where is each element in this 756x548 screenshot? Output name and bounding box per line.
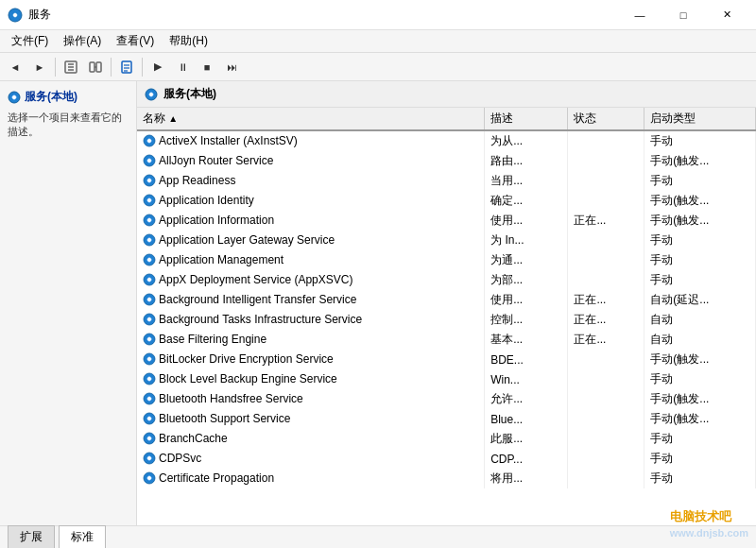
- close-button[interactable]: ✕: [705, 0, 748, 30]
- svg-point-34: [147, 298, 151, 301]
- service-desc-cell: Win...: [485, 369, 568, 389]
- right-panel: 服务(本地) 名称 ▲ 描述 状态 启动类型: [137, 81, 756, 525]
- services-table-container[interactable]: 名称 ▲ 描述 状态 启动类型 ActiveX Installer (AxIns…: [137, 108, 756, 525]
- title-bar-left: 服务: [8, 7, 51, 23]
- panel-header: 服务(本地): [137, 81, 756, 108]
- table-row[interactable]: ActiveX Installer (AxInstSV)为从...手动: [137, 130, 756, 151]
- services-tbody: ActiveX Installer (AxInstSV)为从...手动 AllJ…: [137, 130, 756, 488]
- svg-rect-7: [96, 62, 101, 72]
- service-row-icon: [143, 372, 156, 385]
- watermark: 电脑技术吧 www.dnjsb.com: [670, 508, 748, 540]
- left-panel: 服务(本地) 选择一个项目来查看它的描述。: [0, 81, 137, 525]
- svg-point-20: [147, 159, 151, 163]
- service-row-icon: [143, 174, 156, 187]
- back-button[interactable]: ◄: [4, 56, 26, 78]
- menu-file[interactable]: 文件(F): [4, 31, 56, 51]
- service-name-cell: BranchCache: [137, 429, 485, 449]
- table-row[interactable]: Application Identity确定...手动(触发...: [137, 191, 756, 211]
- service-status-cell: [568, 191, 644, 211]
- table-row[interactable]: BranchCache此服...手动: [137, 429, 756, 449]
- maximize-button[interactable]: □: [662, 0, 705, 30]
- table-row[interactable]: Application Information使用...正在...手动(触发..…: [137, 211, 756, 231]
- service-desc-cell: 为部...: [485, 270, 568, 290]
- table-row[interactable]: Certificate Propagation将用...手动: [137, 469, 756, 488]
- svg-point-28: [147, 238, 151, 242]
- connect-button[interactable]: [84, 56, 107, 78]
- col-header-desc[interactable]: 描述: [485, 108, 568, 130]
- tab-extend[interactable]: 扩展: [8, 525, 55, 548]
- table-row[interactable]: BitLocker Drive Encryption ServiceBDE...…: [137, 350, 756, 369]
- service-name-cell: BitLocker Drive Encryption Service: [137, 350, 485, 369]
- tab-standard[interactable]: 标准: [59, 525, 106, 548]
- service-row-icon: [143, 233, 156, 247]
- table-row[interactable]: Block Level Backup Engine ServiceWin...手…: [137, 369, 756, 389]
- pause-button[interactable]: ⏸: [171, 56, 194, 78]
- service-desc-cell: 为通...: [485, 250, 568, 270]
- restart-button[interactable]: ⏭: [220, 56, 243, 78]
- table-row[interactable]: Background Tasks Infrastructure Service控…: [137, 310, 756, 330]
- table-row[interactable]: AllJoyn Router Service路由...手动(触发...: [137, 151, 756, 171]
- menu-help[interactable]: 帮助(H): [162, 31, 215, 51]
- service-desc-cell: 当用...: [485, 171, 568, 191]
- svg-point-50: [147, 456, 151, 460]
- svg-rect-6: [90, 62, 94, 72]
- service-name-cell: Block Level Backup Engine Service: [137, 369, 485, 389]
- service-desc-cell: 此服...: [485, 429, 568, 449]
- svg-point-36: [147, 317, 151, 321]
- svg-point-48: [147, 437, 151, 440]
- service-startup-cell: 手动: [644, 369, 756, 389]
- start-button[interactable]: ▶: [146, 56, 169, 78]
- service-name-cell: Application Information: [137, 211, 485, 231]
- service-status-cell: 正在...: [568, 310, 644, 330]
- menu-view[interactable]: 查看(V): [109, 31, 162, 51]
- service-name-cell: CDPSvc: [137, 449, 485, 469]
- service-row-icon: [143, 412, 156, 425]
- table-row[interactable]: Bluetooth Handsfree Service允许...手动(触发...: [137, 389, 756, 409]
- service-name-cell: ActiveX Installer (AxInstSV): [137, 130, 485, 151]
- forward-button[interactable]: ►: [28, 56, 51, 78]
- table-row[interactable]: CDPSvcCDP...手动: [137, 449, 756, 469]
- stop-button[interactable]: ■: [196, 56, 218, 78]
- service-row-icon: [143, 452, 156, 465]
- table-row[interactable]: Background Intelligent Transfer Service使…: [137, 290, 756, 310]
- menu-bar: 文件(F) 操作(A) 查看(V) 帮助(H): [0, 30, 756, 53]
- toolbar-separator-2: [111, 58, 112, 77]
- svg-point-46: [147, 417, 151, 420]
- services-table: 名称 ▲ 描述 状态 启动类型 ActiveX Installer (AxIns…: [137, 108, 756, 488]
- table-row[interactable]: AppX Deployment Service (AppXSVC)为部...手动: [137, 270, 756, 290]
- menu-action[interactable]: 操作(A): [56, 31, 109, 51]
- col-header-startup[interactable]: 启动类型: [644, 108, 756, 130]
- refresh-button[interactable]: [60, 56, 82, 78]
- props-button[interactable]: [115, 56, 138, 78]
- left-panel-description: 选择一个项目来查看它的描述。: [8, 111, 129, 140]
- service-desc-cell: 控制...: [485, 310, 568, 330]
- minimize-button[interactable]: —: [618, 0, 662, 30]
- service-startup-cell: 手动: [644, 270, 756, 290]
- svg-point-26: [147, 218, 151, 222]
- col-header-name[interactable]: 名称 ▲: [137, 108, 485, 130]
- service-status-cell: 正在...: [568, 330, 644, 350]
- service-startup-cell: 手动(触发...: [644, 389, 756, 409]
- svg-point-16: [149, 93, 153, 96]
- service-row-icon: [143, 313, 156, 326]
- table-row[interactable]: Application Management为通...手动: [137, 250, 756, 270]
- service-status-cell: [568, 270, 644, 290]
- service-name-cell: App Readiness: [137, 171, 485, 191]
- svg-point-18: [147, 139, 151, 143]
- service-startup-cell: 自动: [644, 310, 756, 330]
- service-desc-cell: BDE...: [485, 350, 568, 369]
- table-row[interactable]: App Readiness当用...手动: [137, 171, 756, 191]
- svg-point-22: [147, 179, 151, 182]
- table-row[interactable]: Bluetooth Support ServiceBlue...手动(触发...: [137, 409, 756, 429]
- service-row-icon: [143, 214, 156, 227]
- left-panel-title: 服务(本地): [8, 89, 129, 105]
- svg-point-42: [147, 377, 151, 381]
- service-status-cell: [568, 151, 644, 171]
- service-startup-cell: 手动: [644, 171, 756, 191]
- table-row[interactable]: Application Layer Gateway Service为 In...…: [137, 231, 756, 250]
- table-row[interactable]: Base Filtering Engine基本...正在...自动: [137, 330, 756, 350]
- toolbar: ◄ ► ▶ ⏸ ■ ⏭: [0, 53, 756, 81]
- col-header-status[interactable]: 状态: [568, 108, 644, 130]
- service-startup-cell: 自动(延迟...: [644, 290, 756, 310]
- window-title: 服务: [28, 7, 51, 23]
